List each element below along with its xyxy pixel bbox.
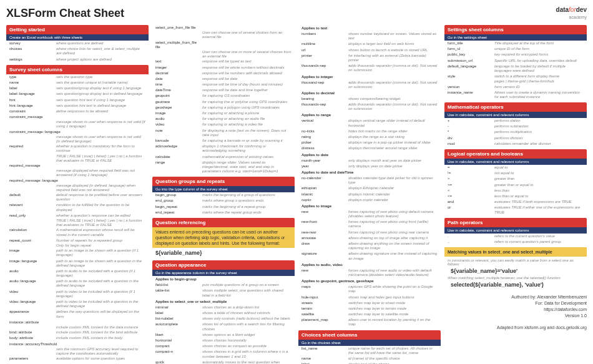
data-row: no-tickshides tick-marks on the range sl… [298,129,441,134]
data-row: video::languagepath to video to be inclu… [6,299,149,309]
section-subheader: Go into the type column of the survey sh… [152,186,295,192]
data-row: calculationA mathematical expression who… [6,227,149,237]
data-row: videofor capturing or attaching a video … [152,122,295,127]
data-row: imagefor capturing or attaching a pictur… [152,111,295,116]
data-row: thousands-sepadds thousands separator (c… [298,102,441,112]
data-row: .refers to the current question's value [444,234,587,239]
data-row: ratingdisplays the range as a star ratin… [298,134,441,140]
data-row: versionform version ID [444,84,587,90]
data-row: list_nameunique name for each set of cho… [298,346,441,356]
data-row: geopointfor capturing GS coordinates [152,93,295,99]
data-row: signatureallows drawing signature one li… [298,251,441,261]
section-header: Mathematical operators [444,102,587,112]
data-row: no-calendardisables calendar-type date p… [298,175,441,185]
data-row: choiceswhere choice lists for select_one… [6,46,149,56]
data-row: audiofor capturing or attaching an audio… [152,116,295,122]
data-row: instance_nameAllows user to create a dyn… [444,90,587,100]
data-row: annotateallows drawing on top of image a… [298,235,441,241]
data-row: public_keykey required for encrypted for… [444,52,587,57]
section-header: Choices sheet columns [298,330,441,340]
data-row: printerfor interfacing with an external … [298,53,441,63]
page-title: XLSForm Cheat Sheet [6,7,124,20]
data-row: select_multiple_from_file file [152,40,295,50]
section-header: Question groups and repeats [152,177,295,186]
section-header: Matching values in select_one and select… [444,247,587,257]
note: User can choose one of several choices f… [152,31,295,39]
note: Only for begin repeat [6,243,149,248]
data-row: field-listputs multiple questions of a g… [152,282,295,288]
data-row: calculatemathematical expression of exis… [152,154,295,160]
data-row: autocompleteshows list of options with a… [152,322,295,332]
section-header: Settings sheet columns [444,25,587,34]
data-row: submission_urlSpecific URL for uploading… [444,58,587,64]
section-subheader: Create an Excel workbook with three shee… [6,34,149,41]
data-row: repeat_countNumber of repeats for a repe… [6,238,149,243]
data-row: namesets the question unique id (variabl… [6,80,149,86]
data-row: image::languagepath to an image to be sh… [6,258,149,268]
data-row: modcalculates remainder after division [444,141,587,147]
data-row: quickautomatically moves to the next que… [152,360,295,364]
note: TRUE | FALSE | true() | false() | yes | … [6,154,149,163]
data-row: acknowledgedisplays 1 checkmark for conf… [152,144,295,154]
data-row: compact-nshows choices in a grid with n … [152,349,295,359]
data-row: settingswhere project options are define… [6,57,149,62]
data-row: thousands-sepadds thousands separator (c… [298,63,441,73]
data-row: labeldisplay text of the choice [298,362,441,364]
data-row: audio::languagepath to audio to be inclu… [6,278,149,288]
data-row: decimalresponse will be numbers with dec… [152,71,295,76]
note: User can choose one or more of several c… [152,50,295,59]
data-row: divperforms division [444,135,587,141]
data-row: copticdisplays coptic calendar [298,197,441,203]
section-subheader: Use in calculate, constraint and relevan… [444,112,587,118]
data-row: placement_mapallows user to record locat… [298,317,441,327]
data-row: instance::attribute [6,320,149,325]
note: sets the minimum GPS accuracy level requ… [6,347,149,356]
data-row: ..refers to current question's parent gr… [444,239,587,245]
data-row: constraint_message::language [6,129,149,135]
data-row: geotracefor capturing line or polyline u… [152,99,295,105]
data-row: hintsets question hint text if using 1 l… [6,97,149,103]
data-row: labelshows a table of choices without co… [152,310,295,316]
note: TRUE | FALSE | true() | false() | yes | … [6,219,149,227]
data-row: integerresponse will be whole numbers wi… [152,65,295,71]
data-row: relevantcondition to be fulfilled for th… [6,202,149,212]
data-row: urlshows button to launch a website to s… [298,47,441,53]
data-row: orevaluates TRUE if either one of the ex… [444,205,587,215]
data-row: hide-inputshows map and hides geo input … [298,295,441,300]
data-row: geoshapefor capturing a polygon using GP… [152,105,295,111]
data-row: likertshows options as a likert widget [152,332,295,338]
data-row: drawallows drawing anything on the scree… [298,241,441,251]
section-header: Question referencing [152,218,295,227]
data-row: satelliteswitches map layer to satellite… [298,312,441,317]
data-row: dateTimeresponse will be date and time t… [152,87,295,93]
data-row: videopath to video to be included with a… [6,289,149,299]
data-row: streetsswitches map layer to street mode [298,300,441,306]
data-row: styleswitch to a different form display … [444,74,587,79]
data-row: defaultdefault response to be prefilled … [6,192,149,202]
data-row: instance::accuracyThreshold [6,342,149,347]
note: pages | theme-grid | theme-formhub [444,79,587,84]
data-row: end_repeatmarks where the repeat group e… [152,210,295,215]
logo: datafordev academy [556,6,587,20]
data-row: typesets the question type [6,74,149,80]
data-row: requiredwhether a question is mandatory … [6,144,149,154]
data-row: required_message::language [6,178,149,184]
data-row: thousand-sepadds thousands separator (co… [298,80,441,90]
note: message shown to user when response is n… [6,135,149,144]
data-row: table-listshows multiple select_one ques… [152,288,295,298]
section-subheader: Use in calculate, constraint and relevan… [444,227,587,234]
data-row: rangedisplays range slider. Values saved… [152,160,295,175]
data-row: bearingshows compass/bearing widget [298,96,441,102]
data-row: newforces capturing of new photo using d… [298,209,441,219]
data-row: nameid (name) of the specific choice [298,356,441,362]
data-row: ethiopiandisplays Ethiopian calendar [298,185,441,191]
data-row: begin_groupmarks the beginning of a grou… [152,192,295,198]
section-header: Logical operators and booleans [444,149,587,159]
data-row: yearonly displays year on date picker [298,164,441,169]
data-row: appearancedefines the way questions will… [6,309,149,319]
data-row: -performs subtraction [444,124,587,129]
data-row: label::languagesets question/group displ… [6,91,149,97]
section-header: Survey sheet columns [6,65,149,74]
data-row: <=less than or equal to [444,194,587,199]
data-row: numbersshows number keyboard on screen. … [298,31,441,41]
